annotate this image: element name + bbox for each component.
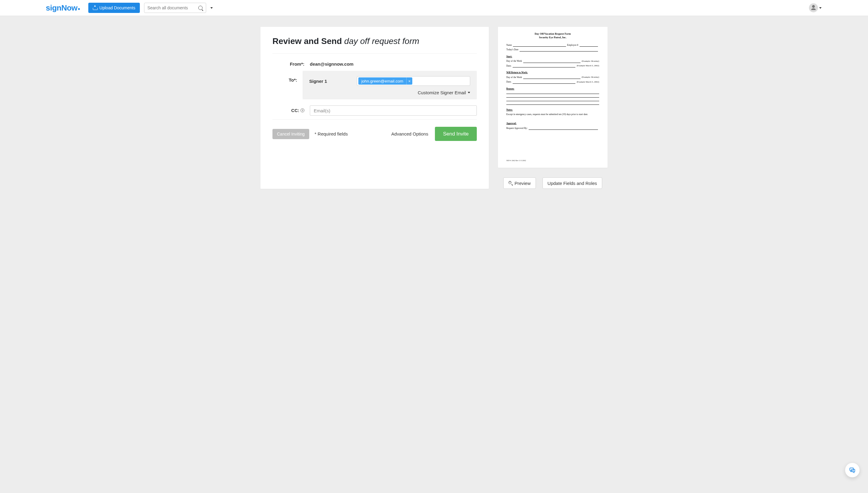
- page-title: Review and Send day off request form: [272, 37, 477, 46]
- logo[interactable]: signNow: [46, 3, 80, 13]
- from-row: From*: dean@signnow.com: [272, 59, 477, 69]
- email-chip-label: john.green@email.com: [358, 79, 406, 83]
- search-box: [144, 3, 206, 13]
- signer-email-input[interactable]: [414, 78, 469, 85]
- user-menu[interactable]: [809, 3, 861, 12]
- search-input[interactable]: [144, 3, 195, 13]
- advanced-options-button[interactable]: Advanced Options: [391, 131, 428, 136]
- from-value: dean@signnow.com: [310, 59, 477, 69]
- doc-title-line2: Security Eye Patrol, Inc.: [506, 36, 599, 40]
- chevron-down-icon: [468, 92, 470, 93]
- customize-signer-email-button[interactable]: Customize Signer Email: [418, 90, 470, 95]
- email-chip: john.green@email.com ×: [358, 78, 412, 85]
- side-column: Day Off/Vacation Request Form Security E…: [498, 27, 607, 189]
- remove-chip-button[interactable]: ×: [406, 78, 412, 85]
- search-dropdown-button[interactable]: [208, 3, 215, 13]
- cc-label: CC: ?: [272, 105, 310, 115]
- upload-icon: [93, 6, 97, 10]
- from-label: From*:: [272, 59, 310, 69]
- topbar: signNow Upload Documents: [0, 0, 868, 16]
- main-wrap: Review and Send day off request form Fro…: [261, 16, 607, 201]
- required-note: * Required fields: [315, 131, 348, 136]
- footer-row: Cancel Inviting * Required fields Advanc…: [272, 119, 477, 141]
- document-preview[interactable]: Day Off/Vacation Request Form Security E…: [498, 27, 607, 168]
- send-invite-button[interactable]: Send Invite: [435, 127, 477, 141]
- search-icon: [198, 6, 203, 10]
- search-wrap: [144, 3, 215, 13]
- update-fields-roles-button[interactable]: Update Fields and Roles: [542, 177, 602, 189]
- signer-label: Signer 1: [309, 79, 351, 84]
- upload-documents-button[interactable]: Upload Documents: [88, 3, 140, 13]
- avatar: [809, 3, 818, 12]
- cc-row: CC: ?: [272, 105, 477, 116]
- search-button[interactable]: [195, 3, 206, 13]
- preview-button[interactable]: Preview: [503, 177, 536, 189]
- zoom-in-icon: [509, 181, 513, 185]
- side-actions: Preview Update Fields and Roles: [503, 177, 602, 189]
- divider: [272, 53, 477, 53]
- chevron-down-icon: [819, 7, 822, 9]
- review-send-card: Review and Send day off request form Fro…: [261, 27, 489, 189]
- doc-title-line1: Day Off/Vacation Request Form: [506, 32, 599, 36]
- signer-block: Signer 1 john.green@email.com × Customiz…: [303, 71, 477, 100]
- cancel-inviting-button[interactable]: Cancel Inviting: [272, 129, 309, 139]
- to-row: To*: Signer 1 john.green@email.com × Cus…: [272, 71, 477, 100]
- cc-input[interactable]: [310, 105, 477, 116]
- to-label: To*:: [272, 71, 303, 85]
- signer-email-input-wrap[interactable]: john.green@email.com ×: [357, 76, 470, 86]
- upload-label: Upload Documents: [100, 5, 135, 10]
- help-icon[interactable]: ?: [301, 108, 304, 112]
- chevron-down-icon: [210, 7, 213, 9]
